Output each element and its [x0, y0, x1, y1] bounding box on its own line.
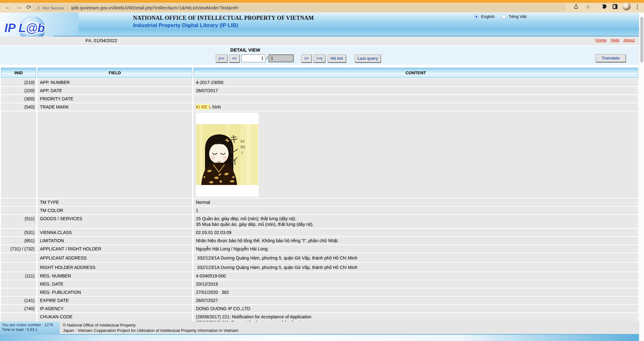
- first-record-button[interactable]: |<<: [216, 54, 227, 62]
- table-row: TM COLOR1: [1, 207, 638, 214]
- table-cell-field: EXPIRE DATE: [37, 297, 192, 304]
- table-cell-inid: [1, 253, 36, 262]
- svg-text:KI: KI: [241, 139, 245, 143]
- table-row: (740)IP AGENCYDONG DUONG IP CO.,LTD: [1, 305, 638, 312]
- hit-list-button[interactable]: Hit list: [328, 54, 346, 62]
- table-cell-inid: (511): [1, 215, 36, 228]
- svg-text:キ: キ: [230, 133, 239, 144]
- copyright-line: © National Office of Intellectual Proper…: [63, 322, 636, 328]
- record-separator: /: [266, 56, 268, 61]
- table-row: REG. PUBLICATION27/01/2020 382: [1, 288, 638, 296]
- table-header-row: INID FIELD CONTENT: [1, 68, 638, 78]
- forward-icon[interactable]: →: [16, 4, 22, 11]
- katakana-text: キ レ イ: [230, 133, 239, 166]
- pagination-controls: |<< << / 1 >> >>| Hit list Last query: [216, 54, 381, 62]
- record-total-box: 1: [269, 54, 294, 62]
- current-date: Fri, 01/04/2022: [86, 38, 117, 43]
- table-cell-field: REG. NUMBER: [37, 272, 192, 280]
- translate-button[interactable]: Translate: [596, 54, 626, 62]
- language-vietnamese-label[interactable]: Tiếng Việt: [508, 14, 527, 19]
- table-cell-field: APP. NUMBER: [37, 79, 192, 86]
- browser-tab-strip: [0, 0, 644, 3]
- profile-avatar[interactable]: [623, 3, 630, 10]
- table-row: REG. DATE20/12/2019: [1, 280, 638, 288]
- site-header-banner: NATIONAL OFFICE OF INTELLECTUAL PROPERTY…: [0, 13, 639, 36]
- table-cell-inid: (531): [1, 229, 36, 236]
- last-query-button[interactable]: Last query: [355, 54, 381, 62]
- iplib-logo[interactable]: IP L@b: [4, 21, 45, 35]
- table-row: RIGHT HOLDER ADDRESS 332/123/1A Dương Qu…: [1, 263, 638, 271]
- trademark-image: キ レ イ KI RE I: [196, 113, 258, 197]
- top-nav: Home Help About: [595, 38, 635, 42]
- table-cell-field: [37, 111, 192, 198]
- table-row: (531)VIENNA CLASS02.03.01 02.03.09: [1, 229, 638, 236]
- next-record-button[interactable]: >>: [301, 54, 312, 62]
- radio-english-selected[interactable]: [474, 14, 479, 19]
- reload-icon[interactable]: ⟳: [26, 4, 31, 11]
- org-title: NATIONAL OFFICE OF INTELLECTUAL PROPERTY…: [133, 15, 314, 21]
- content-line: 25 Quần áo; giày dép; mũ (nón); thắt lưn…: [196, 216, 636, 221]
- table-cell-inid: (740): [1, 305, 36, 312]
- table-cell-content: 332/123/1A Dương Quảng Hàm, phường 5, qu…: [193, 253, 638, 262]
- table-cell-content: 332/123/1A Dương Quảng Hàm, phường 5, qu…: [193, 263, 638, 271]
- svg-text:レ: レ: [230, 144, 239, 155]
- page-footer: You are visitor number : 1276 Time to lo…: [0, 321, 639, 341]
- table-cell-inid: [1, 280, 36, 288]
- browser-menu-icon[interactable]: ⋮: [635, 3, 640, 10]
- table-row: (300)PRIORITY DATE: [1, 95, 638, 103]
- radio-vietnamese[interactable]: [502, 14, 506, 19]
- table-row: (210)APP. NUMBER4-2017-23050: [1, 79, 638, 86]
- vertical-scrollbar[interactable]: [639, 14, 644, 341]
- detail-view-title: DETAIL VIEW: [217, 47, 274, 53]
- table-row: (731) / (732)APPLICANT / RIGHT HOLDERNgu…: [1, 245, 638, 253]
- table-cell-content: [193, 95, 638, 103]
- content-line: 35 Mua bán quần áo, giày dép, mũ (nón), …: [196, 221, 636, 227]
- last-record-button[interactable]: >>|: [314, 54, 325, 62]
- table-cell-field: RIGHT HOLDER ADDRESS: [37, 263, 192, 271]
- table-cell-field: APPLICANT ADDRESS: [37, 253, 192, 262]
- share-icon[interactable]: [574, 4, 579, 10]
- nav-about-link[interactable]: About: [624, 38, 635, 42]
- table-cell-field: IP AGENCY: [37, 305, 192, 312]
- url-text[interactable]: iplib.ipvietnam.gov.vn/WebUI/WDetail.php…: [71, 5, 239, 10]
- detail-table-body: (210)APP. NUMBER4-2017-23050(220)APP. DA…: [1, 79, 638, 338]
- visitor-count: You are visitor number : 1276: [2, 323, 58, 327]
- content-line: (28/08/2017) 221: Notification for Accep…: [196, 314, 636, 320]
- record-number-input[interactable]: [242, 54, 265, 62]
- address-bar[interactable]: ⚠ Not Secure iplib.ipvietnam.gov.vn/WebU…: [31, 4, 566, 12]
- table-cell-inid: [1, 288, 36, 296]
- bookmark-star-icon[interactable]: ☆: [586, 3, 590, 10]
- previous-record-button[interactable]: <<: [229, 54, 240, 62]
- table-cell-inid: (141): [1, 297, 36, 304]
- table-cell-content: 02.03.01 02.03.09: [193, 229, 638, 236]
- table-row: (851)LIMITATIONNhãn hiệu được bảo hộ tổn…: [1, 237, 638, 244]
- header-content: CONTENT: [193, 68, 638, 78]
- table-cell-content: 26/07/2027: [193, 297, 638, 304]
- nav-help-link[interactable]: Help: [611, 38, 619, 42]
- table-row: (511)GOODS / SERVICES25 Quần áo; giày dé…: [1, 215, 638, 228]
- table-cell-field: REG. DATE: [37, 280, 192, 288]
- header-inid: INID: [1, 68, 36, 78]
- table-row: (220)APP. DATE26/07/2017: [1, 87, 638, 94]
- table-cell-inid: (220): [1, 87, 36, 94]
- table-cell-inid: (111): [1, 272, 36, 280]
- table-cell-field: TM COLOR: [37, 207, 192, 214]
- extensions-puzzle-icon[interactable]: [602, 4, 607, 10]
- table-cell-inid: [1, 263, 36, 271]
- detail-view-toolbar: DETAIL VIEW |<< << / 1 >> >>| Hit list L…: [0, 46, 639, 65]
- scrollbar-thumb[interactable]: [640, 17, 643, 63]
- table-cell-content: Normal: [193, 198, 638, 206]
- nav-home-link[interactable]: Home: [595, 38, 607, 42]
- table-cell-field: VIENNA CLASS: [37, 229, 192, 236]
- table-cell-field: REG. PUBLICATION: [37, 288, 192, 296]
- address-bar-divider: [67, 6, 68, 10]
- language-english-label[interactable]: English: [481, 14, 495, 19]
- side-panel-icon[interactable]: [613, 4, 618, 10]
- not-secure-label[interactable]: Not Secure: [43, 6, 64, 10]
- doll-face: [209, 143, 229, 164]
- table-cell-inid: [1, 198, 36, 206]
- table-row: (540)TRADE MARKKI RE I, hình: [1, 103, 638, 111]
- back-icon[interactable]: ←: [5, 4, 11, 11]
- table-cell-content: キ レ イ KI RE I: [193, 111, 638, 198]
- table-cell-field: PRIORITY DATE: [37, 95, 192, 103]
